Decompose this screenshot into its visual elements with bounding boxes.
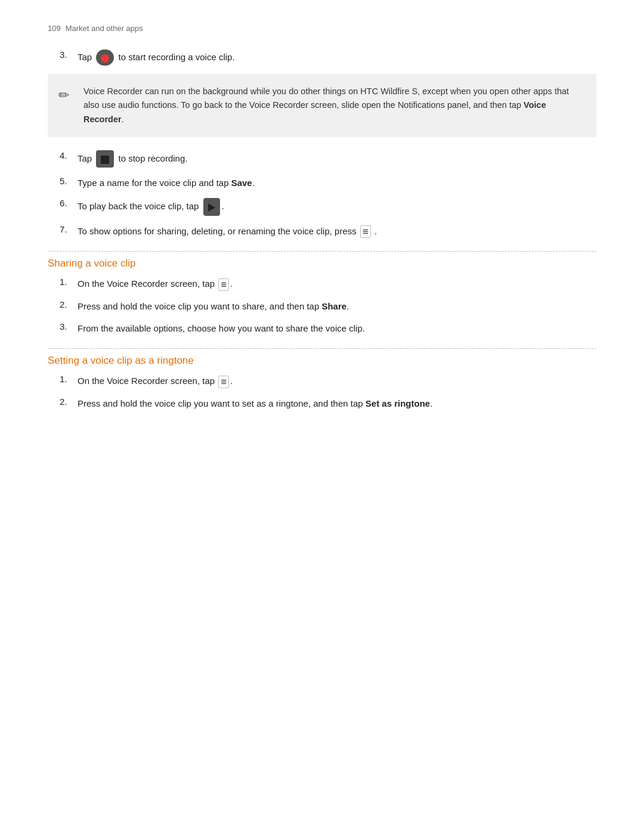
ringtone-step-2-bold: Set as ringtone bbox=[366, 398, 430, 408]
step-3: 3. Tap to start recording a voice clip. bbox=[48, 49, 596, 66]
note-icon: ✏ bbox=[58, 85, 69, 106]
sharing-step-number-2: 2. bbox=[60, 299, 78, 309]
play-button-icon bbox=[203, 198, 220, 215]
ringtone-step-1: 1. On the Voice Recorder screen, tap ≡. bbox=[48, 374, 596, 388]
page: 109 Market and other apps 3. Tap to star… bbox=[0, 0, 644, 454]
step-4: 4. Tap to stop recording. bbox=[48, 150, 596, 168]
ringtone-step-number-2: 2. bbox=[60, 397, 78, 407]
page-header: 109 Market and other apps bbox=[48, 24, 596, 33]
ringtone-step-1-text: On the Voice Recorder screen, tap ≡. bbox=[78, 374, 233, 388]
record-button-icon bbox=[96, 49, 114, 66]
stop-button-square bbox=[101, 156, 109, 164]
step-7-text: To show options for sharing, deleting, o… bbox=[78, 224, 377, 239]
note-text: Voice Recorder can run on the background… bbox=[83, 86, 569, 123]
play-button-triangle bbox=[208, 203, 215, 212]
divider-sharing bbox=[48, 251, 596, 252]
step-number-5: 5. bbox=[60, 176, 78, 186]
record-button-dot bbox=[101, 54, 109, 63]
section-ringtone: Setting a voice clip as a ringtone 1. On… bbox=[48, 355, 596, 410]
section-ringtone-heading: Setting a voice clip as a ringtone bbox=[48, 355, 596, 367]
sharing-step-3: 3. From the available options, choose ho… bbox=[48, 321, 596, 335]
step-number-3: 3. bbox=[60, 49, 78, 60]
sharing-step-number-1: 1. bbox=[60, 277, 78, 287]
step-4-text: Tap to stop recording. bbox=[78, 150, 187, 168]
page-title-header: Market and other apps bbox=[66, 24, 143, 33]
menu-icon-sharing-1: ≡ bbox=[218, 278, 229, 291]
menu-icon: ≡ bbox=[360, 225, 371, 238]
sharing-step-1: 1. On the Voice Recorder screen, tap ≡. bbox=[48, 277, 596, 291]
stop-button-icon bbox=[96, 150, 114, 168]
note-bold: Voice Recorder bbox=[83, 100, 546, 123]
divider-ringtone bbox=[48, 348, 596, 349]
sharing-step-2-text: Press and hold the voice clip you want t… bbox=[78, 299, 349, 313]
sharing-step-3-text: From the available options, choose how y… bbox=[78, 321, 365, 335]
step-number-7: 7. bbox=[60, 224, 78, 234]
sharing-step-2-bold: Share bbox=[321, 301, 346, 311]
ringtone-step-2: 2. Press and hold the voice clip you wan… bbox=[48, 397, 596, 410]
step-5: 5. Type a name for the voice clip and ta… bbox=[48, 176, 596, 190]
section-sharing: Sharing a voice clip 1. On the Voice Rec… bbox=[48, 258, 596, 335]
menu-icon-ringtone-1: ≡ bbox=[218, 376, 229, 388]
step-5-text: Type a name for the voice clip and tap S… bbox=[78, 176, 255, 190]
section-sharing-heading: Sharing a voice clip bbox=[48, 258, 596, 270]
step-6: 6. To play back the voice clip, tap . bbox=[48, 198, 596, 215]
step-6-text: To play back the voice clip, tap . bbox=[78, 198, 224, 215]
step-7: 7. To show options for sharing, deleting… bbox=[48, 224, 596, 239]
step-number-6: 6. bbox=[60, 198, 78, 208]
sharing-step-1-text: On the Voice Recorder screen, tap ≡. bbox=[78, 277, 233, 291]
sharing-step-2: 2. Press and hold the voice clip you wan… bbox=[48, 299, 596, 313]
step-number-4: 4. bbox=[60, 150, 78, 160]
ringtone-step-2-text: Press and hold the voice clip you want t… bbox=[78, 397, 432, 410]
note-box: ✏ Voice Recorder can run on the backgrou… bbox=[48, 74, 596, 137]
step-3-text: Tap to start recording a voice clip. bbox=[78, 49, 235, 66]
page-number: 109 bbox=[48, 24, 61, 33]
step-5-bold: Save bbox=[231, 178, 252, 188]
sharing-step-number-3: 3. bbox=[60, 321, 78, 332]
ringtone-step-number-1: 1. bbox=[60, 374, 78, 384]
